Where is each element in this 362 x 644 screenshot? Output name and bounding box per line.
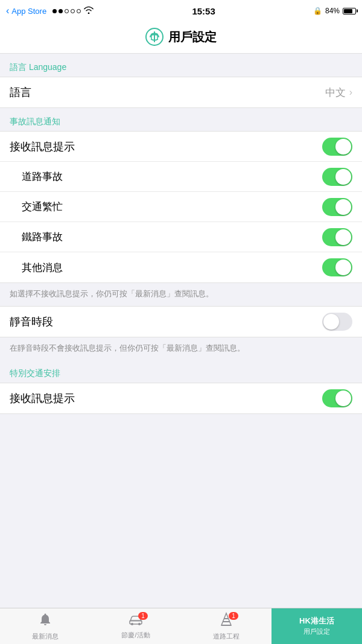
tab-road-works-label: 道路工程 [213, 632, 240, 641]
traffic-busy-label: 交通繁忙 [10, 200, 63, 214]
toggle-knob [335, 199, 351, 215]
traffic-busy-toggle[interactable] [322, 198, 352, 216]
svg-point-3 [131, 623, 133, 625]
events-badge: 1 [138, 612, 148, 620]
railway-accident-row[interactable]: 鐵路事故 [0, 222, 362, 252]
road-accident-toggle[interactable] [322, 168, 352, 186]
app-logo-icon [145, 28, 164, 46]
nav-header: 用戶設定 [0, 22, 362, 54]
dot-5 [77, 9, 81, 13]
quiet-mode-row[interactable]: 靜音時段 [0, 307, 362, 337]
special-receive-toggle[interactable] [322, 389, 352, 407]
toggle-knob [335, 169, 351, 185]
toggle-knob [335, 139, 351, 155]
traffic-busy-row[interactable]: 交通繁忙 [0, 192, 362, 222]
other-news-label: 其他消息 [10, 261, 63, 275]
accident-note: 如選擇不接收訊息提示，你仍可按「最新消息」查閱訊息。 [0, 283, 362, 306]
railway-accident-label: 鐵路事故 [10, 230, 63, 244]
road-accident-label: 道路事故 [10, 170, 63, 183]
carrier-label: App Store [11, 7, 46, 16]
tab-bar: 最新消息 1 節慶/活動 1 道路工程 HK港生 [0, 608, 362, 644]
status-bar-right: 🔒 84% [313, 7, 356, 15]
lock-icon: 🔒 [313, 7, 322, 15]
toggle-knob [335, 229, 351, 245]
status-bar-left: ‹ App Store [6, 5, 94, 16]
language-group: 語言 中文 › [0, 77, 362, 108]
battery-icon [343, 8, 356, 14]
special-receive-label: 接收訊息提示 [10, 391, 75, 406]
back-arrow-icon: ‹ [6, 5, 9, 16]
signal-dots [52, 9, 81, 13]
tab-hk-life-label: 用戶設定 [303, 627, 330, 636]
tab-events[interactable]: 1 節慶/活動 [91, 608, 181, 644]
status-bar-time: 15:53 [192, 6, 215, 16]
dot-4 [71, 9, 75, 13]
tab-road-works[interactable]: 1 道路工程 [181, 608, 272, 644]
tab-latest-news[interactable]: 最新消息 [0, 608, 91, 644]
tab-hk-life[interactable]: HK港生活 用戶設定 [272, 608, 362, 644]
scroll-content: 語言 Language 語言 中文 › 事故訊息通知 接收訊息提示 道路事故 [0, 54, 362, 456]
special-traffic-group: 接收訊息提示 [0, 383, 362, 414]
special-receive-row[interactable]: 接收訊息提示 [0, 383, 362, 413]
language-row[interactable]: 語言 中文 › [0, 77, 362, 107]
road-accident-row[interactable]: 道路事故 [0, 162, 362, 192]
bell-icon [38, 612, 52, 630]
wifi-icon [83, 6, 94, 16]
language-value-group: 中文 › [325, 86, 352, 100]
page-title: 用戶設定 [168, 29, 217, 45]
dot-3 [65, 9, 69, 13]
svg-point-4 [138, 623, 141, 625]
status-bar: ‹ App Store 15:53 🔒 84% [0, 0, 362, 22]
receive-notifications-label: 接收訊息提示 [10, 139, 75, 154]
battery-percent: 84% [325, 7, 340, 15]
language-value: 中文 [325, 86, 346, 100]
language-chevron-icon: › [349, 87, 352, 98]
hk-life-top-label: HK港生活 [299, 616, 334, 626]
battery-body [343, 8, 356, 14]
receive-notifications-row[interactable]: 接收訊息提示 [0, 132, 362, 162]
toggle-knob [323, 314, 339, 330]
section-header-language: 語言 Language [0, 54, 362, 77]
quiet-note: 在靜音時段不會接收訊息提示，但你仍可按「最新消息」查閱訊息。 [0, 337, 362, 360]
road-works-badge: 1 [229, 612, 238, 620]
toggle-knob [335, 260, 351, 275]
quiet-mode-label: 靜音時段 [10, 314, 53, 329]
dot-2 [59, 9, 63, 13]
special-section-header: 特別交通安排 [0, 360, 362, 383]
section-header-accident: 事故訊息通知 [0, 108, 362, 131]
battery-fill [344, 9, 352, 13]
railway-accident-toggle[interactable] [322, 228, 352, 246]
other-news-row[interactable]: 其他消息 [0, 252, 362, 282]
accident-group: 接收訊息提示 道路事故 交通繁忙 鐵路事故 其他 [0, 131, 362, 283]
dot-1 [52, 9, 57, 13]
quiet-mode-toggle[interactable] [322, 313, 352, 331]
tab-events-label: 節慶/活動 [121, 631, 150, 640]
quiet-hours-group: 靜音時段 [0, 306, 362, 337]
receive-notifications-toggle[interactable] [322, 138, 352, 156]
language-section-header: 語言 Language [0, 54, 362, 77]
language-label: 語言 [10, 85, 31, 100]
section-header-special: 特別交通安排 [0, 360, 362, 383]
tab-latest-news-label: 最新消息 [32, 632, 59, 641]
accident-section-header: 事故訊息通知 [0, 108, 362, 131]
toggle-knob [335, 391, 351, 406]
other-news-toggle[interactable] [322, 258, 352, 276]
